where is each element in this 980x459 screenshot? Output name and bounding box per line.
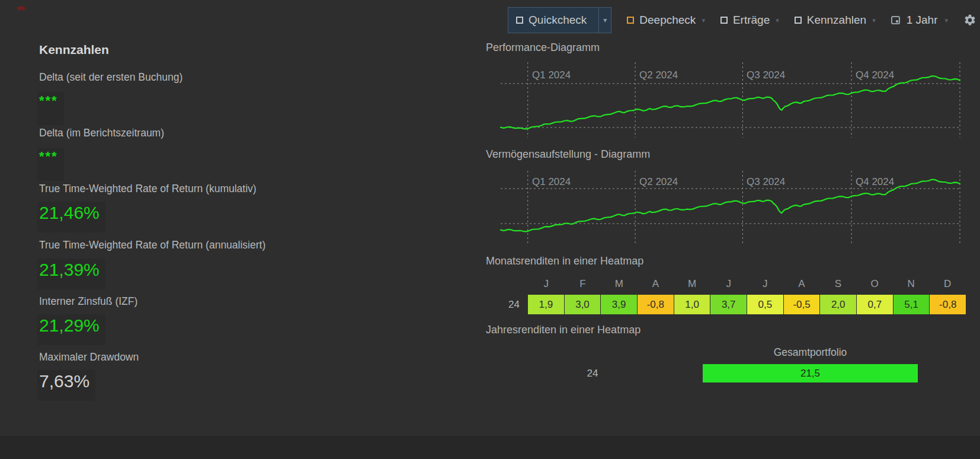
heatmap-column-header: D — [929, 278, 966, 290]
metric-label: Delta (seit der ersten Buchung) — [39, 71, 182, 84]
heatmap-cell-month: 3,7 — [710, 295, 747, 314]
heatmap-column-header: O — [856, 278, 893, 290]
heatmap-title-monthly: Monatsrenditen in einer Heatmap — [486, 255, 643, 267]
heatmap-cell-month: 1,9 — [528, 295, 564, 314]
quarter-label: Q2 2024 — [639, 176, 678, 188]
dashboard: Quickcheck ▾ Deepcheck ▾ Erträge ▾ Kennz… — [0, 0, 980, 459]
heatmap-column-header: M — [601, 278, 638, 290]
metric-value: 21,29% — [37, 314, 105, 345]
chevron-down-icon[interactable]: ▾ — [702, 17, 705, 24]
heatmap-cell-month: 3,9 — [601, 295, 637, 314]
tab-deepcheck-label: Deepcheck — [639, 14, 696, 27]
quarter-label: Q4 2024 — [856, 69, 894, 81]
chevron-down-icon[interactable]: ▾ — [776, 17, 779, 24]
quarter-label: Q1 2024 — [532, 176, 571, 188]
heatmap-column-header: J — [747, 278, 783, 290]
quarter-label: Q3 2024 — [747, 176, 785, 188]
tab-ertraege[interactable]: Erträge ▾ — [720, 14, 779, 27]
heatmap-column-header: N — [893, 278, 930, 290]
metric-label: True Time-Weighted Rate of Return (annua… — [39, 239, 265, 251]
chevron-down-icon: ▾ — [603, 16, 607, 24]
tab-ertraege-label: Erträge — [733, 14, 770, 27]
heatmap-year-label: 24 — [566, 364, 619, 383]
metric-value: 7,63% — [37, 370, 95, 401]
metric-value: *** — [37, 148, 64, 181]
square-icon — [627, 17, 634, 24]
tab-quickcheck[interactable]: Quickcheck ▾ — [508, 7, 611, 33]
tab-quickcheck-dropdown[interactable]: ▾ — [598, 8, 611, 33]
quarter-label: Q2 2024 — [639, 69, 678, 81]
year-heatmap-cell: 21,5 — [703, 364, 918, 383]
heatmap-column-header: A — [638, 278, 674, 290]
heatmap-column-header: M — [674, 278, 710, 290]
metric-value: *** — [37, 92, 64, 125]
red-marker — [17, 7, 25, 10]
heatmap-title-yearly: Jahresrenditen in einer Heatmap — [486, 324, 640, 336]
quarter-label: Q3 2024 — [747, 69, 785, 81]
reporting-period-selector[interactable]: 1 Jahr ▾ — [891, 14, 948, 27]
page-title: Kennzahlen — [39, 43, 109, 57]
square-icon — [516, 17, 523, 24]
square-icon — [795, 17, 802, 24]
tab-quickcheck-label: Quickcheck — [529, 14, 587, 27]
metric-label: True Time-Weighted Rate of Return (kumul… — [39, 183, 257, 195]
square-icon — [720, 17, 728, 24]
tab-kennzahlen[interactable]: Kennzahlen ▾ — [795, 14, 876, 27]
heatmap-cell-month: 2,0 — [820, 295, 856, 314]
heatmap-column-header: J — [710, 278, 747, 290]
metric-value: 21,46% — [37, 202, 105, 232]
metric-value: 21,39% — [37, 259, 105, 289]
toolbar: Quickcheck ▾ Deepcheck ▾ Erträge ▾ Kennz… — [508, 7, 976, 34]
heatmap-cell-month: 3,0 — [565, 295, 601, 314]
heatmap-cell-month: -0,8 — [930, 295, 966, 314]
heatmap-cell-month: 5,1 — [893, 295, 930, 314]
heatmap-cell-month: 1,0 — [674, 295, 710, 314]
metric-label: Delta (im Berichtszeitraum) — [39, 127, 164, 139]
heatmap-cell-month: 0,5 — [747, 295, 783, 314]
tab-deepcheck[interactable]: Deepcheck ▾ — [627, 14, 705, 27]
tab-kennzahlen-label: Kennzahlen — [807, 14, 866, 27]
report-period-icon — [891, 16, 900, 24]
reporting-period-label: 1 Jahr — [907, 14, 938, 27]
heatmap-cell-month: -0,5 — [784, 295, 820, 314]
chart-line — [501, 76, 960, 129]
heatmap-cell-month: 0,7 — [857, 295, 893, 314]
bottom-bar — [0, 436, 980, 459]
quarter-label: Q1 2024 — [532, 69, 571, 81]
heatmap-column-header: S — [820, 278, 857, 290]
heatmap-column-header: F — [565, 278, 601, 290]
monthly-heatmap-headers: JFMAMJJASOND — [528, 278, 966, 290]
heatmap-year-label: 24 — [474, 295, 520, 314]
heatmap-cell-month: -0,8 — [638, 295, 674, 314]
metric-label: Interner Zinsfuß (IZF) — [39, 295, 137, 308]
portfolio-column-header: Gesamtportfolio — [703, 346, 918, 359]
metric-label: Maximaler Drawdown — [39, 351, 139, 364]
gear-icon — [963, 14, 976, 27]
chevron-down-icon[interactable]: ▾ — [872, 17, 876, 24]
chart-title-assets: Vermögensaufstellung - Diagramm — [486, 148, 650, 161]
quarter-label: Q4 2024 — [856, 176, 894, 188]
heatmap-column-header: J — [528, 278, 565, 290]
settings-button[interactable] — [963, 14, 976, 27]
chart-title-performance: Performance-Diagramm — [486, 42, 600, 54]
monthly-heatmap-cells: 1,93,03,9-0,81,03,70,5-0,52,00,75,1-0,8 — [528, 295, 966, 314]
heatmap-column-header: A — [783, 278, 820, 290]
chevron-down-icon: ▾ — [944, 17, 948, 24]
